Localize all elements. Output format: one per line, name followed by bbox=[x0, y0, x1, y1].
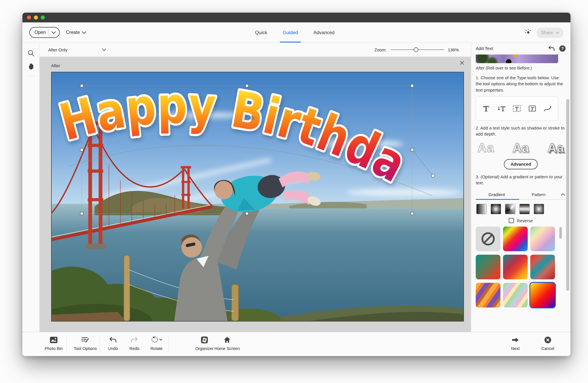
chevron-down-icon bbox=[556, 32, 559, 34]
top-toolbar: Open Create Quick Guided Advanced Share bbox=[22, 22, 570, 42]
view-bar: After Only Zoom: 136% bbox=[40, 42, 471, 57]
gradient-angle-button[interactable] bbox=[505, 204, 515, 214]
text-on-path-icon bbox=[543, 104, 552, 113]
step3-instructions: 3. (Optional) Add a gradient or pattern … bbox=[476, 174, 566, 186]
bottom-taskbar: Photo Bin Tool Options Undo bbox=[22, 332, 570, 356]
gradient-linear-button[interactable] bbox=[476, 204, 487, 214]
tab-gradient[interactable]: Gradient bbox=[476, 190, 518, 199]
type-mask-tool-button[interactable] bbox=[511, 103, 523, 114]
gradient-swatch-orange-purple-stripes[interactable] bbox=[476, 283, 500, 307]
undo-icon bbox=[109, 336, 117, 344]
text-on-path-tool-button[interactable] bbox=[542, 103, 554, 114]
fill-tabs: Gradient Pattern bbox=[476, 190, 566, 199]
chevron-down-icon bbox=[82, 31, 86, 34]
style-sample-hard-shadow[interactable]: Aa bbox=[548, 141, 564, 155]
photo-canvas[interactable]: Happy Birthday bbox=[51, 72, 464, 322]
text-style-samples: Aa Aa Aa bbox=[476, 141, 566, 155]
tool-strip-divider bbox=[26, 76, 36, 76]
home-icon bbox=[223, 336, 231, 344]
reverse-checkbox[interactable] bbox=[509, 218, 514, 223]
whats-new-button[interactable] bbox=[525, 29, 532, 36]
type-tools-box bbox=[476, 96, 558, 121]
cancel-button[interactable]: Cancel bbox=[533, 336, 563, 351]
minimize-window-button[interactable] bbox=[34, 16, 38, 20]
close-window-button[interactable] bbox=[27, 16, 31, 20]
home-screen-button[interactable]: Home Screen bbox=[212, 336, 242, 351]
rotate-button[interactable]: Rotate bbox=[142, 336, 171, 351]
zoom-tool-button[interactable] bbox=[22, 47, 40, 60]
before-after-preview[interactable] bbox=[476, 55, 558, 63]
style-sample-outline[interactable]: Aa bbox=[477, 141, 494, 155]
zoom-slider-knob[interactable] bbox=[414, 47, 419, 52]
view-mode-value: After Only bbox=[48, 47, 67, 52]
type-mask-icon bbox=[512, 104, 521, 113]
magnifier-icon bbox=[27, 49, 35, 57]
close-icon bbox=[459, 60, 465, 65]
tool-options-button[interactable]: Tool Options bbox=[70, 336, 100, 351]
tab-pattern[interactable]: Pattern bbox=[518, 190, 560, 199]
swatch-scrollbar-thumb[interactable] bbox=[559, 227, 562, 239]
after-frame-label: After bbox=[51, 63, 60, 68]
advanced-button[interactable]: Advanced bbox=[504, 159, 538, 169]
gradient-swatch-teal-red[interactable] bbox=[476, 255, 500, 279]
style-sample-soft-shadow[interactable]: Aa bbox=[512, 141, 529, 155]
view-mode-select[interactable]: After Only bbox=[48, 42, 106, 57]
zoom-percent-value: 136% bbox=[448, 47, 459, 52]
help-button[interactable]: ? bbox=[559, 45, 566, 52]
taskbar-divider bbox=[67, 336, 67, 352]
share-button[interactable]: Share bbox=[537, 28, 564, 38]
zoom-window-button[interactable] bbox=[41, 16, 45, 20]
next-button[interactable]: Next bbox=[500, 336, 530, 351]
gradient-swatch-none[interactable] bbox=[476, 227, 500, 251]
hand-tool-button[interactable] bbox=[22, 60, 40, 73]
gradient-swatch-pastel-stripes[interactable] bbox=[503, 283, 528, 307]
type-on-shape-icon bbox=[528, 104, 537, 113]
zoom-control: Zoom: 136% bbox=[374, 42, 459, 57]
close-guided-edit-button[interactable] bbox=[458, 59, 466, 67]
svg-text:?: ? bbox=[561, 46, 564, 51]
photo-image: Happy Birthday bbox=[52, 72, 463, 321]
gradient-swatch-pastel-rainbow[interactable] bbox=[530, 227, 555, 251]
canvas-area: After bbox=[40, 57, 471, 332]
panel-scrollbar-thumb[interactable] bbox=[566, 99, 569, 291]
panel-body: After (Roll over to see Before.) 1. Choo… bbox=[471, 55, 570, 307]
zoom-label: Zoom: bbox=[374, 47, 387, 52]
editor-column: After Only Zoom: 136% After bbox=[40, 42, 471, 332]
content-area: After Only Zoom: 136% After bbox=[22, 42, 570, 332]
reset-panel-button[interactable] bbox=[548, 46, 555, 51]
collapse-section-button[interactable] bbox=[560, 193, 566, 196]
horizontal-type-tool-button[interactable] bbox=[480, 103, 492, 114]
hand-icon bbox=[28, 63, 34, 70]
rotate-handle[interactable] bbox=[431, 174, 435, 177]
open-button[interactable]: Open bbox=[29, 27, 60, 38]
gradient-swatch-spectrum[interactable] bbox=[503, 227, 528, 251]
type-on-shape-tool-button[interactable] bbox=[527, 103, 538, 114]
create-button[interactable]: Create bbox=[66, 27, 86, 38]
vertical-type-tool-button[interactable] bbox=[496, 103, 507, 114]
gradient-radial-button[interactable] bbox=[491, 204, 501, 214]
tab-quick[interactable]: Quick bbox=[254, 22, 268, 42]
tool-options-icon bbox=[81, 336, 90, 344]
horizontal-type-icon bbox=[481, 104, 491, 113]
zoom-slider[interactable] bbox=[391, 49, 444, 50]
share-label: Share bbox=[541, 30, 553, 35]
open-label: Open bbox=[34, 30, 46, 35]
traffic-lights bbox=[27, 16, 45, 20]
photo-bin-icon bbox=[49, 336, 58, 344]
open-split-divider bbox=[49, 29, 49, 36]
tab-advanced[interactable]: Advanced bbox=[312, 22, 336, 42]
redo-icon bbox=[130, 336, 138, 344]
gradient-swatch-yellow-red-blue[interactable] bbox=[530, 283, 555, 307]
chevron-down-icon bbox=[102, 49, 106, 51]
gradient-diamond-button[interactable] bbox=[534, 204, 544, 214]
tab-guided[interactable]: Guided bbox=[282, 22, 299, 42]
photo-bin-button[interactable]: Photo Bin bbox=[39, 336, 69, 351]
screen: { "window": { "traffic_lights": ["#f35f5… bbox=[0, 0, 588, 383]
reverse-row: Reverse bbox=[476, 218, 566, 223]
gradient-swatch-red-teal-red[interactable] bbox=[530, 255, 555, 279]
titlebar bbox=[22, 13, 570, 22]
gradient-swatch-teal-crimson-gold[interactable] bbox=[503, 255, 528, 279]
step2-instructions: 2. Add a text style such as shadow or st… bbox=[476, 125, 566, 137]
gradient-reflected-button[interactable] bbox=[519, 204, 530, 214]
gradient-style-row bbox=[476, 204, 566, 214]
